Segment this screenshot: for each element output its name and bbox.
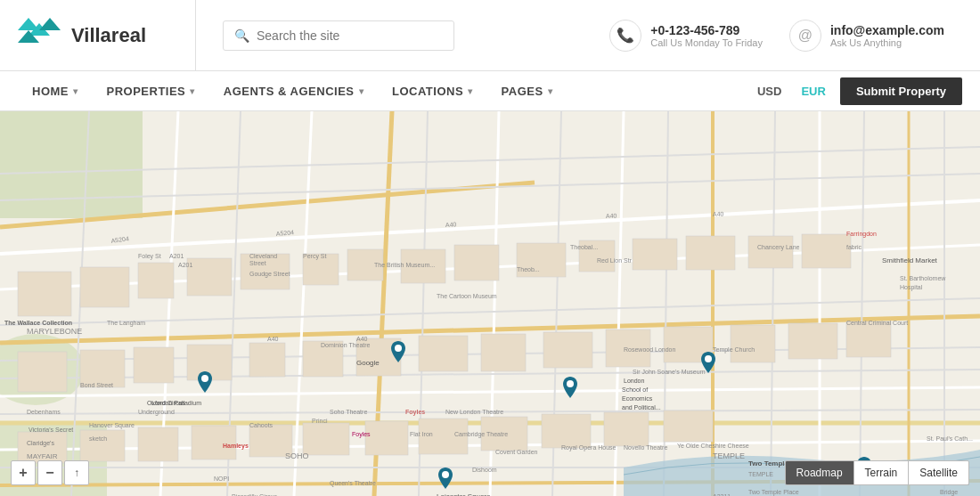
- navbar: HOME ▾ PROPERTIES ▾ AGENTS & AGENCIES ▾ …: [0, 71, 980, 111]
- svg-text:A40: A40: [267, 336, 279, 342]
- svg-rect-47: [454, 245, 499, 281]
- svg-text:fabric: fabric: [846, 244, 862, 250]
- svg-text:TEMPLE: TEMPLE: [748, 471, 773, 477]
- svg-text:Cleveland: Cleveland: [249, 253, 277, 259]
- svg-text:A201: A201: [169, 253, 184, 259]
- svg-point-175: [442, 471, 449, 478]
- nav-pages[interactable]: PAGES ▾: [487, 71, 568, 110]
- map-pin-1[interactable]: [194, 371, 216, 398]
- svg-point-176: [567, 380, 574, 387]
- svg-text:Hamleys: Hamleys: [223, 443, 249, 450]
- phone-info: +0-123-456-789 Call Us Monday To Friday: [650, 23, 763, 48]
- svg-rect-54: [18, 352, 67, 392]
- svg-text:Farringdon: Farringdon: [846, 231, 877, 238]
- email-address: info@example.com: [830, 23, 944, 37]
- svg-point-174: [395, 345, 402, 352]
- search-icon: 🔍: [234, 28, 249, 43]
- search-box[interactable]: 🔍: [223, 20, 454, 51]
- svg-text:London Palladium: London Palladium: [151, 400, 201, 406]
- svg-text:Sir John Soane's Museum: Sir John Soane's Museum: [633, 369, 706, 375]
- svg-text:TEMPLE: TEMPLE: [713, 451, 745, 460]
- svg-text:Percy St: Percy St: [303, 253, 327, 260]
- svg-text:Bond Street: Bond Street: [80, 382, 113, 388]
- map-pin-3[interactable]: [435, 468, 456, 494]
- nav-agents[interactable]: AGENTS & AGENCIES ▾: [209, 71, 378, 110]
- svg-rect-41: [138, 263, 174, 298]
- svg-text:Victoria's Secret: Victoria's Secret: [29, 427, 73, 433]
- svg-text:Novello Theatre: Novello Theatre: [624, 444, 667, 451]
- svg-point-177: [705, 355, 712, 362]
- svg-rect-79: [604, 412, 649, 446]
- svg-rect-51: [686, 236, 735, 270]
- nav-items: HOME ▾ PROPERTIES ▾ AGENTS & AGENCIES ▾ …: [18, 71, 752, 110]
- svg-text:MARYLEBONE: MARYLEBONE: [27, 327, 82, 336]
- svg-rect-68: [846, 321, 891, 357]
- svg-text:Princi: Princi: [312, 418, 328, 424]
- svg-text:Two Temple Place: Two Temple Place: [748, 489, 799, 496]
- search-input[interactable]: [257, 28, 435, 43]
- svg-text:Red Lion Str: Red Lion Str: [597, 257, 633, 264]
- svg-text:Goudge Street: Goudge Street: [249, 271, 290, 278]
- svg-text:The Cartoon Museum: The Cartoon Museum: [437, 293, 497, 299]
- svg-text:Soho Theatre: Soho Theatre: [330, 409, 367, 415]
- map-pin-5[interactable]: [698, 352, 719, 378]
- svg-text:Theob...: Theob...: [517, 266, 540, 272]
- terrain-button[interactable]: Terrain: [854, 461, 910, 484]
- logo-icon: [18, 18, 61, 53]
- svg-text:Flat Iron: Flat Iron: [410, 431, 433, 437]
- email-icon: @: [789, 20, 821, 52]
- svg-rect-58: [249, 343, 285, 377]
- compass-button[interactable]: ↑: [64, 460, 89, 485]
- submit-property-button[interactable]: Submit Property: [840, 77, 962, 105]
- header: Villareal 🔍 📞 +0-123-456-789 Call Us Mon…: [0, 0, 980, 71]
- svg-text:A40: A40: [713, 211, 724, 217]
- svg-rect-61: [419, 336, 468, 371]
- phone-sub: Call Us Monday To Friday: [650, 37, 763, 48]
- svg-text:Hanover Square: Hanover Square: [89, 422, 135, 429]
- currency-eur[interactable]: EUR: [796, 81, 830, 102]
- nav-pages-arrow: ▾: [548, 86, 553, 96]
- svg-text:Ye Olde Cheshire Cheese: Ye Olde Cheshire Cheese: [677, 443, 749, 449]
- search-area: 🔍: [196, 20, 592, 51]
- svg-text:Central Criminal Court: Central Criminal Court: [846, 320, 908, 326]
- roadmap-button[interactable]: Roadmap: [786, 461, 854, 484]
- svg-text:Street: Street: [249, 260, 266, 266]
- zoom-in-button[interactable]: +: [11, 460, 36, 485]
- svg-rect-78: [542, 414, 591, 448]
- map-pin-2[interactable]: [388, 341, 409, 368]
- svg-rect-66: [731, 325, 775, 362]
- zoom-out-button[interactable]: −: [37, 460, 62, 485]
- svg-rect-71: [138, 427, 178, 461]
- svg-text:MAYFAIR: MAYFAIR: [27, 452, 58, 460]
- svg-rect-40: [80, 267, 129, 307]
- satellite-button[interactable]: Satellite: [909, 461, 968, 484]
- svg-text:Queen's Theatre: Queen's Theatre: [330, 480, 376, 487]
- svg-rect-5: [0, 111, 143, 218]
- svg-text:Claridge's: Claridge's: [27, 440, 54, 447]
- svg-text:School of: School of: [622, 386, 648, 393]
- email-contact: @ info@example.com Ask Us Anything: [789, 20, 944, 52]
- svg-rect-67: [788, 323, 837, 359]
- svg-text:The Wallace Collection: The Wallace Collection: [4, 320, 72, 326]
- svg-text:Underground: Underground: [138, 409, 175, 416]
- svg-text:Foyles: Foyles: [352, 431, 371, 438]
- svg-text:New London Theatre: New London Theatre: [445, 409, 503, 415]
- svg-text:Bridge: Bridge: [940, 489, 958, 496]
- email-info: info@example.com Ask Us Anything: [830, 23, 944, 48]
- svg-rect-56: [134, 347, 174, 383]
- svg-rect-75: [365, 421, 408, 455]
- nav-home[interactable]: HOME ▾: [18, 71, 93, 110]
- svg-marker-2: [39, 18, 61, 30]
- svg-text:Royal Opera House: Royal Opera House: [561, 444, 617, 451]
- currency-usd[interactable]: USD: [752, 81, 787, 102]
- logo-text: Villareal: [71, 24, 146, 47]
- svg-text:NOPI: NOPI: [214, 476, 229, 482]
- svg-text:St. Paul's Cath...: St. Paul's Cath...: [927, 435, 973, 442]
- phone-icon: 📞: [609, 20, 641, 52]
- map-pin-4[interactable]: [559, 377, 581, 403]
- svg-text:Chancery Lane: Chancery Lane: [757, 244, 800, 251]
- nav-properties[interactable]: PROPERTIES ▾: [93, 71, 209, 110]
- nav-locations[interactable]: LOCATIONS ▾: [378, 71, 487, 110]
- email-sub: Ask Us Anything: [830, 37, 944, 48]
- phone-contact: 📞 +0-123-456-789 Call Us Monday To Frida…: [609, 20, 763, 52]
